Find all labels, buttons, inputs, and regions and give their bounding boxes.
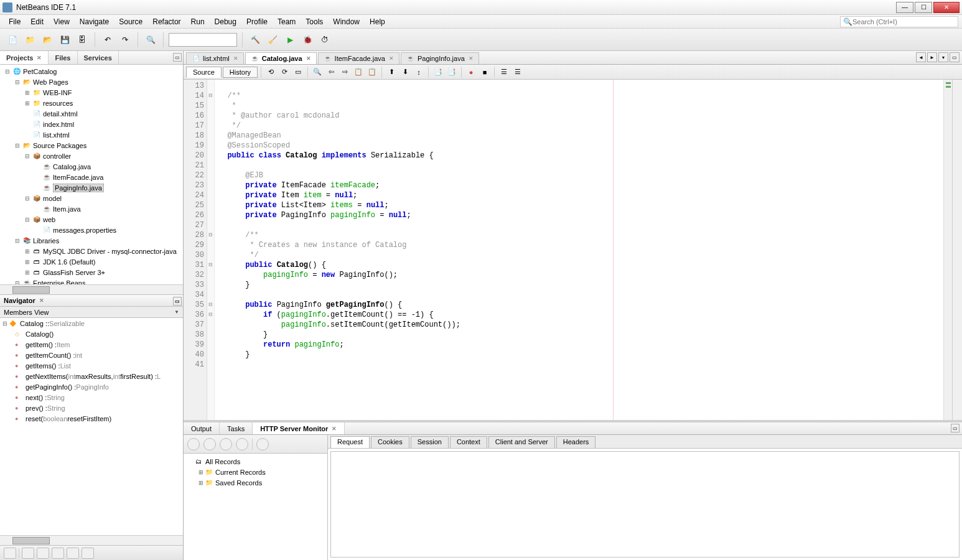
navigator-member[interactable]: ●getItem() : Item	[0, 339, 183, 350]
editor-button[interactable]: ⬆	[385, 67, 398, 78]
close-icon[interactable]: ✕	[39, 297, 44, 304]
minimize-button[interactable]: —	[896, 2, 913, 13]
editor-tab[interactable]: ☕Catalog.java✕	[245, 52, 317, 64]
tree-node[interactable]: ⊞🗃GlassFish Server 3+	[1, 267, 182, 278]
tab-projects[interactable]: Projects✕	[0, 51, 49, 64]
menu-view[interactable]: View	[49, 16, 75, 27]
menu-tools[interactable]: Tools	[301, 16, 328, 27]
editor-tab[interactable]: ☕ItemFacade.java✕	[318, 52, 399, 64]
monitor-subtab[interactable]: Headers	[556, 436, 596, 448]
line-gutter[interactable]: 1314151617181920212223242526272829303132…	[184, 80, 207, 420]
monitor-subtab[interactable]: Cookies	[371, 436, 409, 448]
tab-http-monitor[interactable]: HTTP Server Monitor✕	[253, 422, 345, 434]
tree-node[interactable]: ☕PagingInfo.java	[1, 182, 182, 193]
tree-node[interactable]: ⊟📚Libraries	[1, 235, 182, 246]
save-all-button[interactable]: 🗄	[75, 32, 90, 47]
editor-button[interactable]: 📋	[366, 67, 378, 78]
close-icon[interactable]: ✕	[389, 55, 394, 62]
editor-tab[interactable]: ☕PagingInfo.java✕	[401, 52, 479, 64]
menu-team[interactable]: Team	[273, 16, 301, 27]
tree-node[interactable]: ⊞📁resources	[1, 98, 182, 108]
new-file-button[interactable]: 📄	[5, 32, 20, 47]
editor-button[interactable]: ⬇	[399, 67, 411, 78]
editor-tab[interactable]: 📄list.xhtml✕	[186, 52, 244, 64]
source-mode-button[interactable]: Source	[186, 67, 222, 78]
tree-node[interactable]: ☕Item.java	[1, 203, 182, 214]
monitor-subtab[interactable]: Session	[411, 436, 449, 448]
tab-output[interactable]: Output	[184, 422, 220, 434]
monitor-button[interactable]	[256, 438, 269, 450]
editor-button[interactable]: ⟳	[278, 67, 291, 78]
scroll-right-button[interactable]: ►	[927, 52, 937, 62]
navigator-member[interactable]: ◇Catalog()	[0, 329, 183, 339]
close-button[interactable]: ✕	[933, 2, 960, 13]
close-icon[interactable]: ✕	[233, 55, 238, 62]
menu-edit[interactable]: Edit	[26, 16, 49, 27]
tree-node[interactable]: ⊟☕Enterprise Beans	[1, 278, 182, 284]
editor-button[interactable]: ↕	[413, 67, 425, 78]
monitor-button[interactable]	[203, 438, 216, 450]
open-button[interactable]: 📂	[40, 32, 55, 47]
navigator-member[interactable]: ●reset(boolean resetFirstItem)	[0, 413, 183, 424]
profile-button[interactable]: ⏱	[317, 32, 332, 47]
editor-button[interactable]: ▭	[292, 67, 304, 78]
menu-window[interactable]: Window	[328, 16, 365, 27]
tree-node[interactable]: ⊞🗃JDK 1.6 (Default)	[1, 256, 182, 267]
build-button[interactable]: 🔨	[248, 32, 263, 47]
minimize-panel-button[interactable]: ▭	[173, 53, 182, 62]
tree-node[interactable]: ⊟📦controller	[1, 151, 182, 161]
tree-node[interactable]: ⊟📦web	[1, 214, 182, 225]
monitor-button[interactable]	[187, 438, 200, 450]
close-icon[interactable]: ✕	[332, 426, 337, 432]
editor-button[interactable]: ⇨	[339, 67, 351, 78]
navigator-member[interactable]: ●getItems() : List	[0, 360, 183, 371]
tree-node[interactable]: 📄index.html	[1, 119, 182, 129]
navigator-member[interactable]: ●getNextItems(int maxResults, int firstR…	[0, 371, 183, 381]
close-icon[interactable]: ✕	[306, 55, 311, 62]
editor-button[interactable]: 🔍	[311, 67, 324, 78]
search-box[interactable]: 🔍	[840, 16, 958, 27]
menu-help[interactable]: Help	[365, 16, 390, 27]
tree-node[interactable]: ⊟🌐PetCatalog	[1, 66, 182, 77]
monitor-button[interactable]	[236, 438, 248, 450]
navigator-member[interactable]: ●prev() : String	[0, 403, 183, 413]
run-button[interactable]: ▶	[283, 32, 297, 47]
find-button[interactable]: 🔍	[143, 32, 158, 47]
editor-button[interactable]: 📑	[432, 67, 444, 78]
tree-node[interactable]: ⊞📁WEB-INF	[1, 87, 182, 98]
tree-node[interactable]: 📄messages.properties	[1, 225, 182, 235]
scroll-left-button[interactable]: ◄	[916, 52, 926, 62]
navigator-member[interactable]: ●next() : String	[0, 392, 183, 403]
monitor-button[interactable]	[220, 438, 232, 450]
editor-button[interactable]: ⇦	[325, 67, 337, 78]
close-icon[interactable]: ✕	[469, 55, 474, 62]
editor-button[interactable]: ●	[465, 67, 477, 78]
menu-refactor[interactable]: Refactor	[147, 16, 185, 27]
tree-node[interactable]: 📄list.xhtml	[1, 129, 182, 140]
navigator-class-node[interactable]: ⊟ 🔶 Catalog :: Serializable	[0, 318, 183, 329]
minimize-panel-button[interactable]: ▭	[173, 297, 182, 306]
tree-node[interactable]: ⊟📂Source Packages	[1, 140, 182, 151]
editor-button[interactable]: ☰	[498, 67, 510, 78]
navigator-member[interactable]: ●getItemCount() : int	[0, 350, 183, 360]
editor-vscrollbar[interactable]	[952, 80, 962, 420]
tree-node[interactable]: ☕Catalog.java	[1, 161, 182, 172]
undo-button[interactable]: ↶	[100, 32, 115, 47]
clean-build-button[interactable]: 🧹	[265, 32, 280, 47]
fold-column[interactable]: ⊟⊟⊟⊟⊟	[207, 80, 215, 420]
navigator-hscrollbar[interactable]	[0, 535, 183, 545]
records-node[interactable]: 🗂All Records	[186, 456, 325, 467]
filter-button[interactable]	[67, 548, 79, 559]
menu-run[interactable]: Run	[186, 16, 210, 27]
monitor-subtab[interactable]: Client and Server	[488, 436, 555, 448]
records-node[interactable]: ⊞📁Current Records	[186, 467, 325, 477]
maximize-editor-button[interactable]: ▭	[950, 52, 960, 62]
editor-button[interactable]: ⟲	[264, 67, 277, 78]
editor-button[interactable]: 📋	[352, 67, 365, 78]
monitor-records-tree[interactable]: 🗂All Records⊞📁Current Records⊞📁Saved Rec…	[184, 454, 327, 560]
maximize-button[interactable]: ☐	[915, 2, 932, 13]
tab-services[interactable]: Services	[78, 51, 119, 64]
filter-button[interactable]	[4, 548, 16, 559]
menu-debug[interactable]: Debug	[210, 16, 241, 27]
tree-hscrollbar[interactable]	[0, 284, 183, 294]
